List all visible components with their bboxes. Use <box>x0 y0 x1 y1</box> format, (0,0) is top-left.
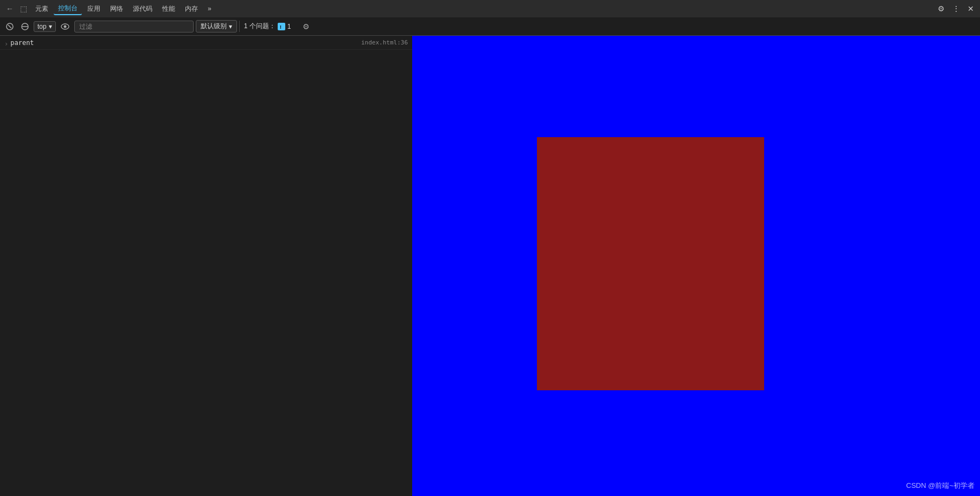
menu-memory[interactable]: 内存 <box>181 3 202 15</box>
expand-icon[interactable]: › <box>4 40 8 48</box>
console-row-parent: › parent index.html:36 <box>0 38 412 50</box>
menu-sources[interactable]: 源代码 <box>129 3 157 15</box>
menu-more[interactable]: » <box>203 4 216 14</box>
devtools-settings-icon[interactable]: ⚙ <box>935 3 947 14</box>
watermark: CSDN @前端~初学者 <box>906 481 975 491</box>
filter-input[interactable] <box>74 21 194 33</box>
issues-count: 1 <box>287 23 291 30</box>
preview-area: CSDN @前端~初学者 <box>412 36 980 496</box>
devtools-menu-icon[interactable]: ⋮ <box>950 3 963 14</box>
svg-point-5 <box>63 25 66 28</box>
svg-text:!: ! <box>280 24 281 30</box>
log-level-arrow-icon: ▾ <box>229 23 232 30</box>
back-button[interactable]: ← <box>3 3 16 15</box>
main-area: › parent index.html:36 CSDN @前端~初学者 <box>0 36 980 496</box>
console-source-link[interactable]: index.html:36 <box>361 39 408 46</box>
issues-text-prefix: 1 个问题： <box>244 22 276 31</box>
menu-elements[interactable]: 元素 <box>31 3 53 15</box>
log-level-label: 默认级别 <box>201 22 227 31</box>
console-panel: › parent index.html:36 <box>0 36 412 496</box>
svg-rect-6 <box>278 23 285 30</box>
top-context-label: top <box>37 23 47 30</box>
dropdown-arrow-icon: ▾ <box>49 23 52 30</box>
menu-application[interactable]: 应用 <box>83 3 105 15</box>
menu-performance[interactable]: 性能 <box>158 3 180 15</box>
console-toolbar: top ▾ 默认级别 ▾ 1 个问题： ! 1 ⚙ <box>0 17 980 36</box>
console-content: › parent index.html:36 <box>0 36 412 496</box>
clear-console-button[interactable] <box>3 21 16 32</box>
devtools-close-icon[interactable]: ✕ <box>965 3 977 14</box>
svg-line-1 <box>8 25 11 28</box>
console-settings-button[interactable]: ⚙ <box>299 21 313 33</box>
menu-network[interactable]: 网络 <box>106 3 127 15</box>
issues-badge[interactable]: 1 个问题： ! 1 <box>239 21 296 32</box>
log-level-dropdown[interactable]: 默认级别 ▾ <box>196 20 237 33</box>
inspect-button[interactable]: ⬚ <box>17 3 30 15</box>
console-log-label: parent <box>10 39 357 47</box>
eye-icon[interactable] <box>58 22 72 31</box>
top-menubar: ← ⬚ 元素 控制台 应用 网络 源代码 性能 内存 » ⚙ ⋮ ✕ <box>0 0 980 17</box>
issues-icon: ! <box>278 23 285 30</box>
menu-console[interactable]: 控制台 <box>54 3 82 15</box>
inner-box <box>537 137 764 390</box>
dont-preserve-log-button[interactable] <box>18 21 31 32</box>
top-context-dropdown[interactable]: top ▾ <box>34 21 56 32</box>
menubar-right: ⚙ ⋮ ✕ <box>935 3 977 14</box>
